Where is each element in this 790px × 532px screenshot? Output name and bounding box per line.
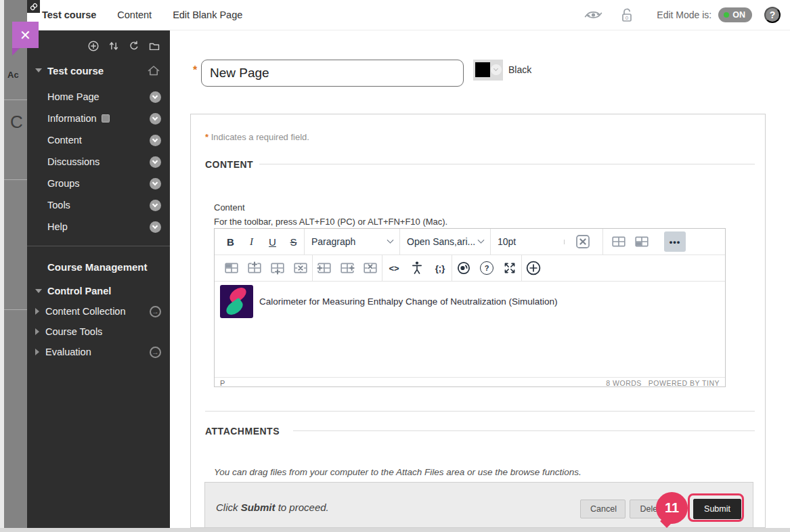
insert-column-after-button[interactable] [336, 258, 359, 278]
sidebar-item-groups[interactable]: Groups [27, 173, 170, 194]
sidebar-item-home-page[interactable]: Home Page [27, 86, 170, 108]
clear-formatting-button[interactable] [571, 231, 594, 252]
sidebar-item-content-collection[interactable]: Content Collection → [27, 301, 170, 322]
divider [205, 411, 755, 412]
sidebar-item-label: Content [47, 135, 150, 146]
font-size-dropdown[interactable]: 10pt [491, 231, 553, 252]
help-circle-icon: ? [480, 261, 493, 275]
sidebar-item-tools[interactable]: Tools [27, 194, 170, 216]
table-properties-button[interactable] [630, 231, 653, 252]
help-button[interactable]: ? [764, 7, 781, 23]
lock-button[interactable]: 0 [611, 7, 643, 24]
quick-links-button[interactable] [27, 0, 40, 13]
sidebar-item-content[interactable]: Content [27, 129, 170, 151]
edit-mode-toggle[interactable]: ON [718, 7, 752, 22]
course-management-title: Course Management [27, 246, 170, 275]
item-options-button[interactable] [150, 113, 161, 125]
editor-help-button[interactable]: ? [475, 258, 498, 278]
more-toolbar-options-button[interactable]: ••• [664, 231, 686, 252]
sidebar-item-label: Information [47, 113, 97, 124]
font-family-dropdown[interactable]: Open Sans,ari... [400, 231, 490, 252]
powered-by-tiny: POWERED BY TINY [649, 379, 720, 387]
code-sample-button[interactable]: {;} [429, 258, 452, 278]
delete-row-button[interactable] [289, 258, 312, 278]
insert-column-before-button[interactable] [313, 258, 336, 278]
reorder-button[interactable] [108, 40, 120, 52]
breadcrumb-course[interactable]: Test course [42, 9, 96, 20]
add-content-button[interactable] [522, 258, 545, 278]
course-menu-header[interactable]: Test course [27, 59, 170, 86]
open-in-new-icon[interactable]: → [150, 306, 161, 317]
content-field-label: Content [214, 202, 245, 213]
edit-mode-value: ON [732, 10, 745, 20]
hidden-from-students-icon [102, 114, 110, 123]
preview-button[interactable] [452, 258, 475, 278]
underline-button[interactable]: U [262, 231, 283, 252]
item-options-button[interactable] [150, 91, 161, 103]
submit-button[interactable]: Submit [693, 499, 741, 519]
insert-table-button[interactable] [607, 231, 630, 252]
delete-column-button[interactable] [359, 258, 382, 278]
caret-down-icon [35, 289, 42, 293]
color-name-label: Black [508, 64, 531, 75]
home-icon [147, 64, 160, 76]
color-dropdown-button[interactable] [491, 64, 502, 75]
add-menu-item-button[interactable] [87, 40, 100, 52]
caret-right-icon [35, 328, 39, 335]
editor-content-area[interactable]: Calorimeter for Measuring Enthalpy Chang… [215, 282, 725, 377]
row-above-icon [247, 261, 262, 275]
text-color-picker[interactable] [473, 60, 503, 81]
sidebar-item-label: Discussions [47, 156, 150, 167]
page-name-input[interactable] [201, 60, 464, 87]
editor-toolbar-hint: For the toolbar, press ALT+F10 (PC) or A… [214, 217, 447, 227]
page-bottom-edge [0, 528, 790, 532]
paragraph-style-dropdown[interactable]: Paragraph [305, 231, 399, 252]
student-preview-button[interactable] [576, 8, 611, 22]
sidebar-item-information[interactable]: Information [27, 108, 170, 129]
background-text-fragment: C [10, 112, 23, 133]
table-cell-properties-button[interactable] [220, 258, 243, 278]
element-path[interactable]: P [220, 379, 225, 387]
item-options-button[interactable] [150, 200, 161, 211]
divider [293, 430, 755, 431]
chevron-down-icon [387, 236, 394, 243]
required-asterisk: * [193, 64, 197, 76]
required-asterisk: * [205, 132, 211, 142]
simulation-link-text[interactable]: Calorimeter for Measuring Enthalpy Chang… [259, 296, 557, 307]
close-menu-button[interactable]: ✕ [12, 22, 39, 48]
item-options-button[interactable] [150, 135, 161, 146]
table-cell-icon [224, 261, 239, 275]
breadcrumb-content[interactable]: Content [117, 9, 152, 20]
attachments-section-heading: ATTACHMENTS [205, 426, 280, 437]
main-content: * Black * Indicates a required field. CO… [170, 30, 790, 528]
sidebar-item-evaluation[interactable]: Evaluation → [27, 342, 170, 362]
source-code-button[interactable]: <> [382, 258, 405, 278]
folder-view-button[interactable] [148, 40, 160, 52]
sidebar-item-control-panel[interactable]: Control Panel [27, 281, 170, 301]
sidebar-item-discussions[interactable]: Discussions [27, 151, 170, 173]
accessibility-checker-button[interactable] [405, 258, 429, 278]
breadcrumb: Test course Content Edit Blank Page [42, 9, 242, 20]
chevron-down-icon [152, 93, 158, 98]
item-options-button[interactable] [150, 178, 161, 190]
strikethrough-button[interactable]: S [283, 231, 304, 252]
bold-button[interactable]: B [220, 231, 241, 252]
chevron-down-icon [152, 201, 158, 206]
refresh-button[interactable] [128, 40, 140, 52]
sidebar-item-label: Groups [47, 178, 150, 189]
item-options-button[interactable] [150, 221, 161, 233]
chevron-down-icon [493, 66, 498, 71]
italic-button[interactable]: I [241, 231, 262, 252]
fullscreen-button[interactable] [498, 258, 521, 278]
management-item-label: Course Tools [45, 326, 161, 337]
open-in-new-icon[interactable]: → [150, 347, 161, 358]
sidebar-item-course-tools[interactable]: Course Tools [27, 322, 170, 342]
cancel-button[interactable]: Cancel [580, 500, 626, 518]
item-options-button[interactable] [150, 156, 161, 168]
sidebar-item-label: Home Page [47, 91, 150, 102]
rich-text-editor: B I U S Paragraph Open Sans,ari... 10pt [214, 228, 726, 387]
control-panel-label: Control Panel [47, 286, 161, 296]
insert-row-below-button[interactable] [266, 258, 289, 278]
sidebar-item-help[interactable]: Help [27, 216, 170, 238]
insert-row-above-button[interactable] [243, 258, 266, 278]
